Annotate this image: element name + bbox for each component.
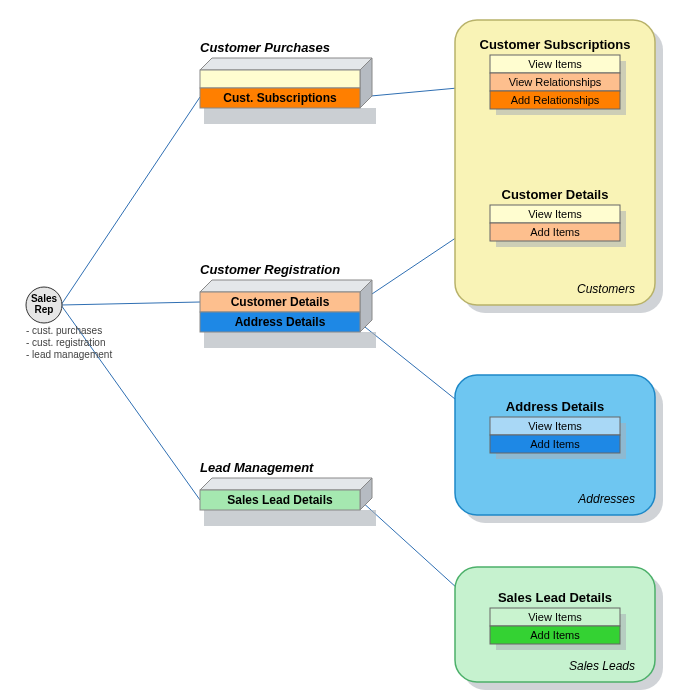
svg-rect-10: [204, 108, 376, 124]
stack-address-details-row-label: Add Items: [530, 438, 580, 450]
svg-text:Rep: Rep: [35, 304, 54, 315]
stack-sales-lead-details: Sales Lead DetailsView ItemsAdd Items: [490, 590, 626, 650]
block-customer-purchases-title: Customer Purchases: [200, 40, 330, 55]
svg-marker-11: [200, 58, 372, 70]
stack-customer-details-row-label: View Items: [528, 208, 582, 220]
actor-note: - cust. registration: [26, 337, 105, 348]
connector-line: [61, 97, 200, 305]
stack-customer-subscriptions: Customer SubscriptionsView ItemsView Rel…: [480, 37, 631, 115]
stack-customer-subscriptions-row-label: View Items: [528, 58, 582, 70]
panel-customers: CustomersCustomer SubscriptionsView Item…: [455, 20, 663, 313]
stack-sales-lead-details-row-label: View Items: [528, 611, 582, 623]
actor-note: - lead management: [26, 349, 112, 360]
svg-rect-14: [204, 332, 376, 348]
block-customer-registration: Customer RegistrationCustomer DetailsAdd…: [200, 262, 376, 348]
connector-line: [61, 302, 200, 305]
stack-address-details-row-label: View Items: [528, 420, 582, 432]
stack-customer-subscriptions-title: Customer Subscriptions: [480, 37, 631, 52]
block-customer-purchases-row-label: Cust. Subscriptions: [223, 91, 337, 105]
stack-customer-details-row-label: Add Items: [530, 226, 580, 238]
block-lead-management: Lead ManagementSales Lead Details: [200, 460, 376, 526]
block-lead-management-row-label: Sales Lead Details: [227, 493, 333, 507]
stack-customer-subscriptions-row-label: View Relationships: [509, 76, 602, 88]
actor-note: - cust. purchases: [26, 325, 102, 336]
stack-customer-subscriptions-row-label: Add Relationships: [511, 94, 600, 106]
svg-rect-17: [204, 510, 376, 526]
panel-caption: Sales Leads: [569, 659, 635, 673]
stack-sales-lead-details-row-label: Add Items: [530, 629, 580, 641]
panel-caption: Customers: [577, 282, 635, 296]
svg-marker-18: [200, 478, 372, 490]
stack-customer-details: Customer DetailsView ItemsAdd Items: [490, 187, 626, 247]
block-customer-registration-title: Customer Registration: [200, 262, 340, 277]
block-customer-registration-row-label: Customer Details: [231, 295, 330, 309]
panel-salesleads: Sales LeadsSales Lead DetailsView ItemsA…: [455, 567, 663, 690]
block-customer-registration-row-label: Address Details: [235, 315, 326, 329]
svg-rect-13: [200, 70, 360, 88]
stack-sales-lead-details-title: Sales Lead Details: [498, 590, 612, 605]
stack-address-details-title: Address Details: [506, 399, 604, 414]
svg-text:Sales: Sales: [31, 293, 58, 304]
svg-marker-15: [200, 280, 372, 292]
stack-customer-details-title: Customer Details: [502, 187, 609, 202]
block-customer-purchases: Customer PurchasesCust. Subscriptions: [200, 40, 376, 124]
panel-addresses: AddressesAddress DetailsView ItemsAdd It…: [455, 375, 663, 523]
panel-caption: Addresses: [577, 492, 635, 506]
actor-sales-rep: SalesRep- cust. purchases- cust. registr…: [26, 287, 112, 360]
block-lead-management-title: Lead Management: [200, 460, 314, 475]
